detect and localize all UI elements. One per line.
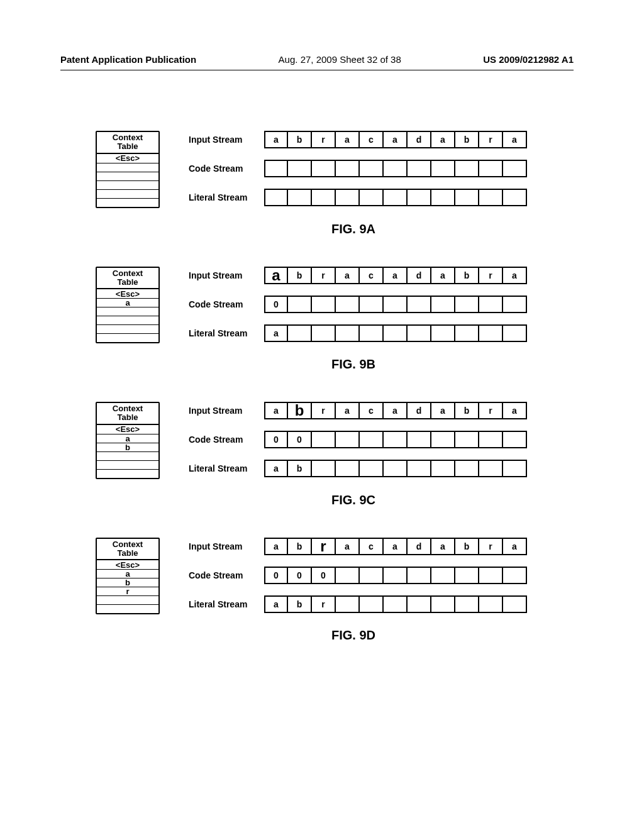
code-stream-cell (455, 431, 479, 448)
input-stream-cell: d (408, 267, 431, 284)
literal-stream-cell (360, 460, 384, 477)
code-stream-cells: 00 (264, 431, 527, 448)
code-stream-cell (288, 160, 312, 177)
literal-stream-cell (408, 189, 431, 206)
input-stream-cell: r (479, 267, 503, 284)
code-stream-cell (360, 567, 384, 584)
literal-stream-cell (503, 460, 527, 477)
literal-stream-cell: a (264, 595, 288, 613)
code-stream-cell (384, 296, 408, 313)
figure-row: ContextTable<Esc>abrInput Streamabracada… (96, 538, 548, 615)
code-stream-cell (408, 160, 431, 177)
header-left: Patent Application Publication (60, 54, 196, 65)
fig-9a: ContextTable<Esc>Input Streamabracadabra… (96, 131, 548, 236)
literal-stream-row: Literal Streama (189, 324, 548, 342)
code-stream-cell (503, 296, 527, 313)
context-row: a (97, 434, 158, 443)
fig-9b: ContextTable<Esc>aInput Streamabracadabr… (96, 267, 548, 372)
context-row (97, 595, 158, 604)
input-stream-cell: a (384, 131, 408, 148)
code-stream-cells: 0 (264, 296, 527, 313)
input-stream-cell: r (312, 267, 336, 284)
context-row: a (97, 298, 158, 307)
code-stream-row: Code Stream (189, 160, 548, 177)
input-stream-cell: a (264, 538, 288, 555)
code-stream-cell (312, 296, 336, 313)
code-stream-cell (431, 160, 455, 177)
context-title-line2: Table (118, 141, 138, 151)
patent-page: Patent Application Publication Aug. 27, … (0, 0, 644, 830)
literal-stream-cell (455, 460, 479, 477)
input-stream-cell: d (408, 538, 431, 555)
context-table: ContextTable<Esc> (96, 131, 160, 208)
code-stream-label: Code Stream (189, 299, 264, 309)
code-stream-cells (264, 160, 527, 177)
input-stream-cell: a (384, 538, 408, 555)
header-right: US 2009/0212982 A1 (483, 54, 574, 65)
literal-stream-cell: r (312, 595, 336, 613)
context-row (97, 604, 158, 613)
code-stream-cell: 0 (264, 431, 288, 448)
figure-caption: FIG. 9C (158, 493, 548, 507)
code-stream-cell (455, 160, 479, 177)
input-stream-cell: r (479, 402, 503, 419)
context-title-line2: Table (118, 277, 138, 287)
code-stream-cell: 0 (264, 296, 288, 313)
context-row (97, 172, 158, 180)
literal-stream-cell (360, 189, 384, 206)
input-stream-cells: abracadabra (264, 402, 527, 419)
input-stream-cells: abracadabra (264, 267, 527, 284)
code-stream-cell (431, 431, 455, 448)
figure-caption: FIG. 9B (158, 357, 548, 372)
figure-row: ContextTable<Esc>aInput Streamabracadabr… (96, 267, 548, 344)
streams: Input StreamabracadabraCode Stream000Lit… (189, 538, 548, 613)
code-stream-cell (455, 567, 479, 584)
literal-stream-cell: b (288, 460, 312, 477)
context-table-title: ContextTable (97, 132, 158, 154)
context-row (97, 163, 158, 172)
input-stream-cell: a (264, 402, 288, 419)
literal-stream-cell (384, 595, 408, 613)
input-stream-cell: r (312, 402, 336, 419)
input-stream-label: Input Stream (189, 541, 264, 551)
literal-stream-cell (479, 460, 503, 477)
code-stream-cell (479, 160, 503, 177)
input-stream-cell: a (336, 538, 360, 555)
figure-caption: FIG. 9D (158, 628, 548, 643)
code-stream-cell (503, 431, 527, 448)
input-stream-row: Input Streamabracadabra (189, 131, 548, 148)
input-stream-cell: b (455, 402, 479, 419)
code-stream-cell (360, 296, 384, 313)
figure-row: ContextTable<Esc>abInput Streamabracadab… (96, 402, 548, 479)
code-stream-cell (336, 296, 360, 313)
input-stream-row: Input Streamabracadabra (189, 402, 548, 419)
literal-stream-cells: a (264, 324, 527, 342)
code-stream-cell (431, 567, 455, 584)
input-stream-cell: b (288, 538, 312, 555)
literal-stream-cell (312, 189, 336, 206)
literal-stream-row: Literal Streamab (189, 460, 548, 477)
code-stream-cell: 0 (288, 567, 312, 584)
input-stream-cell: r (479, 538, 503, 555)
literal-stream-cell (360, 324, 384, 342)
input-stream-row: Input Streamabracadabra (189, 538, 548, 555)
literal-stream-cells: abr (264, 595, 527, 613)
context-row: r (97, 587, 158, 595)
literal-stream-cell (384, 189, 408, 206)
input-stream-cell: a (431, 131, 455, 148)
context-title-line1: Context (113, 540, 143, 549)
literal-stream-cell (479, 324, 503, 342)
literal-stream-label: Literal Stream (189, 328, 264, 338)
code-stream-cell (264, 160, 288, 177)
code-stream-label: Code Stream (189, 570, 264, 580)
literal-stream-label: Literal Stream (189, 192, 264, 202)
input-stream-cell: a (336, 131, 360, 148)
input-stream-cell: d (408, 131, 431, 148)
context-title-line1: Context (113, 268, 143, 278)
input-stream-cell: a (384, 267, 408, 284)
code-stream-cell (336, 567, 360, 584)
input-stream-cell: c (360, 402, 384, 419)
input-stream-cell: r (312, 538, 336, 555)
code-stream-cell: 0 (312, 567, 336, 584)
literal-stream-cell: b (288, 595, 312, 613)
